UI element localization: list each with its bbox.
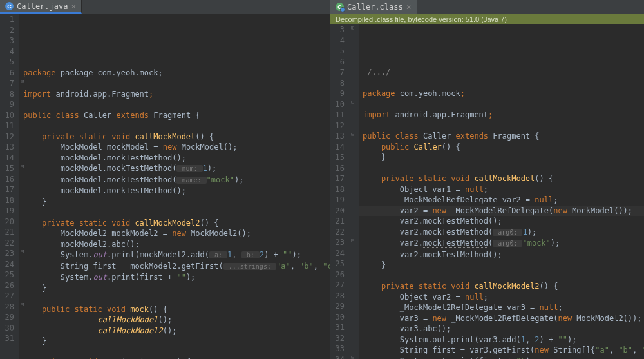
- code-text: ,: [290, 262, 299, 271]
- fold-icon[interactable]: ⊟: [351, 99, 354, 105]
- fold-icon[interactable]: ⊟: [351, 354, 354, 359]
- code-text: out: [93, 250, 107, 259]
- code-text: ;: [553, 195, 558, 204]
- code-text: () {: [535, 174, 553, 183]
- fold-icon[interactable]: ⊞: [351, 24, 354, 31]
- code-text: ;: [484, 185, 488, 194]
- code-text: () {: [442, 142, 460, 151]
- code-text: "mock": [207, 175, 234, 184]
- left-editor-body: 1234567891011121314151617181920212223242…: [0, 14, 330, 359]
- tab-caller-class[interactable]: C Caller.class ×: [330, 0, 417, 14]
- code-text: MockModel mockModel =: [23, 142, 163, 151]
- param-hint: arg0:: [493, 229, 522, 236]
- code-text: ;: [484, 293, 488, 302]
- code-text: callMockModel2: [61, 326, 163, 335]
- left-gutter: 1234567891011121314151617181920212223242…: [0, 14, 19, 359]
- code-text: "mock": [522, 238, 550, 247]
- code-text: String[]{: [549, 345, 595, 354]
- right-code-area[interactable]: /.../ package com.yeoh.mock; import andr…: [359, 24, 644, 359]
- right-tabbar: C Caller.class ×: [330, 0, 644, 14]
- code-text: new: [558, 314, 572, 323]
- code-text: mockModel2.abc();: [23, 240, 140, 249]
- code-text: null: [465, 185, 484, 194]
- right-gutter: 3456789101112131415161718192021222324252…: [330, 24, 350, 359]
- class-file-icon: C: [336, 3, 344, 11]
- code-text: callMockModel: [61, 315, 158, 324]
- code-text: ) +: [540, 335, 558, 344]
- code-text: }: [23, 197, 46, 206]
- param-hint: name:: [176, 177, 206, 184]
- code-text: mockModel.mockTestMethod();: [23, 186, 186, 195]
- decompiled-banner: Decompiled .class file, bytecode version…: [330, 14, 644, 24]
- close-icon[interactable]: ×: [71, 1, 76, 11]
- code-text: MockModel2();: [186, 229, 251, 238]
- code-text: package com.yeoh.mock;: [61, 68, 163, 77]
- code-text: }: [363, 153, 386, 162]
- code-text: null: [540, 303, 558, 312]
- code-text: 2: [535, 335, 539, 344]
- method-name: mock: [130, 305, 149, 314]
- code-text: new: [432, 206, 446, 215]
- left-tabbar: C Caller.java ×: [0, 0, 330, 14]
- param-hint: num:: [176, 165, 202, 172]
- code-text: private static void: [23, 218, 135, 228]
- code-text: Object var2 =: [363, 293, 465, 302]
- code-text: 1: [203, 164, 207, 173]
- left-code-area[interactable]: package package com.yeoh.mock; import an…: [19, 14, 330, 359]
- code-text: ,: [314, 262, 323, 271]
- class-name: Caller: [84, 111, 111, 120]
- param-hint: arg0:: [493, 240, 522, 247]
- code-text: mockTestMethod: [423, 238, 488, 248]
- code-text: new: [163, 142, 177, 151]
- code-text: null: [465, 293, 484, 302]
- code-text: );: [551, 238, 560, 247]
- code-text: );: [526, 356, 535, 360]
- code-text: System.: [23, 250, 93, 259]
- code-text: var2.: [363, 238, 423, 247]
- code-text: ,: [526, 335, 535, 344]
- method-name: callMockModel: [135, 132, 195, 141]
- code-text: var3.abc();: [363, 324, 451, 333]
- code-text: );: [207, 164, 216, 173]
- code-text: );: [234, 175, 243, 184]
- tab-label: Caller.class: [347, 3, 403, 12]
- class-name: Caller: [423, 131, 451, 141]
- code-text: null: [535, 195, 553, 204]
- class-icon: C: [5, 2, 14, 10]
- method-name: callMockModel2: [474, 282, 539, 291]
- right-editor-body: 3456789101112131415161718192021222324252…: [330, 24, 644, 359]
- code-text: String first = var3.getFirst(: [363, 345, 535, 354]
- code-text: () {: [200, 218, 219, 228]
- code-text: mockModel.mockTestMethod(: [23, 164, 176, 173]
- fold-icon[interactable]: ⊟: [351, 131, 354, 137]
- code-text: ;: [558, 303, 562, 312]
- param-hint: ...strings:: [223, 263, 276, 270]
- code-text: new: [535, 345, 549, 354]
- param-hint: a:: [209, 251, 227, 258]
- code-text: ,: [632, 345, 641, 354]
- right-fold-gutter: ⊞ ⊟ ⊟ ⊟ ⊟: [350, 24, 359, 359]
- code-text: );: [292, 250, 301, 259]
- tab-caller-java[interactable]: C Caller.java ×: [0, 0, 82, 14]
- close-icon[interactable]: ×: [406, 2, 412, 12]
- code-text: var2.mockTestMethod();: [363, 217, 502, 226]
- code-text: mockModel.mockTestMethod();: [23, 153, 186, 162]
- code-text: "a": [595, 345, 609, 354]
- code-text: ) +: [264, 250, 283, 259]
- code-text: _MockModel2RefDelegate(: [446, 314, 558, 323]
- code-text: var2.mockTestMethod(: [363, 228, 493, 237]
- fold-icon[interactable]: ⊟: [351, 237, 354, 244]
- code-text: MockModel2());: [572, 314, 641, 323]
- code-text: var2.mockTestMethod();: [363, 250, 502, 259]
- code-text: "b": [299, 262, 314, 271]
- code-text: "": [558, 335, 567, 344]
- code-text: public class: [23, 111, 84, 120]
- method-name: callMockModel2: [135, 218, 200, 228]
- code-text: "c": [323, 262, 330, 271]
- code-text: );: [567, 335, 576, 344]
- code-text: () {: [540, 282, 558, 291]
- code-text: mockModel.mockTestMethod(: [23, 175, 176, 184]
- code-text: System.out.print(var3.add(: [363, 335, 521, 344]
- code-text: "": [176, 273, 185, 282]
- code-text: Object var1 =: [363, 185, 465, 194]
